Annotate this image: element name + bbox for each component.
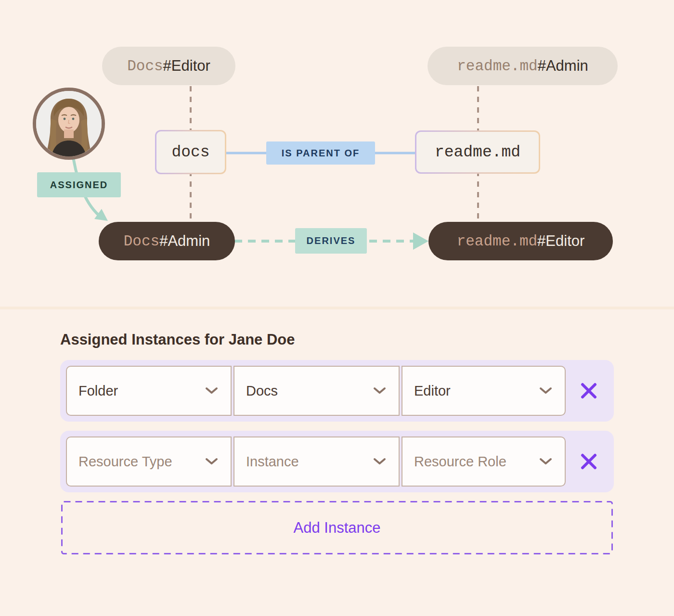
woman-portrait-photo-icon: [36, 91, 102, 156]
panel-title: Assigned Instances for Jane Doe: [60, 331, 295, 348]
relation-pill-readme-editor: readme.md#Editor: [428, 222, 613, 260]
instance-row: Resource Type Instance Resource Role: [60, 431, 614, 492]
relation-pill-readme-admin: readme.md#Admin: [428, 47, 618, 85]
pill-resource-text: readme.md: [457, 233, 537, 250]
pill-role-text: #Admin: [538, 57, 588, 75]
edge-label-assigned: ASSIGNED: [37, 172, 121, 197]
edge-label-text: DERIVES: [307, 235, 356, 246]
chevron-down-icon: [205, 387, 218, 395]
close-icon: [581, 453, 597, 470]
pill-role-text: #Editor: [163, 57, 210, 75]
select-value: Folder: [78, 383, 118, 399]
select-value: Editor: [414, 383, 451, 399]
user-avatar: [33, 88, 105, 160]
relation-pill-docs-editor: Docs#Editor: [102, 47, 235, 85]
edge-label-text: IS PARENT OF: [282, 148, 360, 159]
resource-role-select[interactable]: Resource Role: [402, 436, 566, 487]
edge-label-is-parent-of: IS PARENT OF: [266, 141, 375, 165]
resource-type-select[interactable]: Resource Type: [66, 436, 232, 487]
pill-role-text: #Admin: [159, 232, 210, 250]
chevron-down-icon: [539, 387, 552, 395]
chevron-down-icon: [373, 387, 386, 395]
select-placeholder: Resource Role: [414, 454, 506, 470]
add-instance-label: Add Instance: [294, 519, 381, 537]
relation-pill-docs-admin: Docs#Admin: [99, 222, 235, 260]
instance-row: Folder Docs Editor: [60, 360, 614, 422]
page: Docs#Editor readme.md#Admin: [0, 0, 674, 616]
pill-role-text: #Editor: [537, 232, 584, 250]
section-divider: [0, 307, 674, 309]
node-label: docs: [171, 143, 209, 161]
node-label: readme.md: [435, 143, 520, 161]
select-placeholder: Resource Type: [78, 454, 172, 470]
chevron-down-icon: [205, 458, 218, 465]
remove-instance-button[interactable]: [576, 378, 601, 403]
node-readme-md: readme.md: [415, 130, 540, 174]
remove-instance-button[interactable]: [576, 449, 601, 474]
instance-select[interactable]: Instance: [233, 436, 400, 487]
close-icon: [581, 383, 597, 399]
instance-row-selects: Resource Type Instance Resource Role: [66, 436, 566, 487]
chevron-down-icon: [539, 458, 552, 465]
edge-label-derives: DERIVES: [295, 228, 367, 254]
pill-resource-text: readme.md: [457, 58, 537, 75]
select-placeholder: Instance: [246, 454, 299, 470]
add-instance-button[interactable]: Add Instance: [61, 501, 613, 554]
resource-type-select[interactable]: Folder: [66, 366, 232, 416]
instance-row-selects: Folder Docs Editor: [66, 366, 566, 416]
assigned-instances-panel: Assigned Instances for Jane Doe Folder D…: [0, 309, 674, 616]
instance-select[interactable]: Docs: [233, 366, 400, 416]
node-docs: docs: [155, 130, 226, 174]
resource-role-select[interactable]: Editor: [402, 366, 566, 416]
pill-resource-text: Docs: [127, 58, 163, 75]
edge-label-text: ASSIGNED: [50, 180, 108, 191]
select-value: Docs: [246, 383, 278, 399]
chevron-down-icon: [373, 458, 386, 465]
pill-resource-text: Docs: [124, 233, 159, 250]
authorization-diagram: Docs#Editor readme.md#Admin: [0, 0, 674, 308]
